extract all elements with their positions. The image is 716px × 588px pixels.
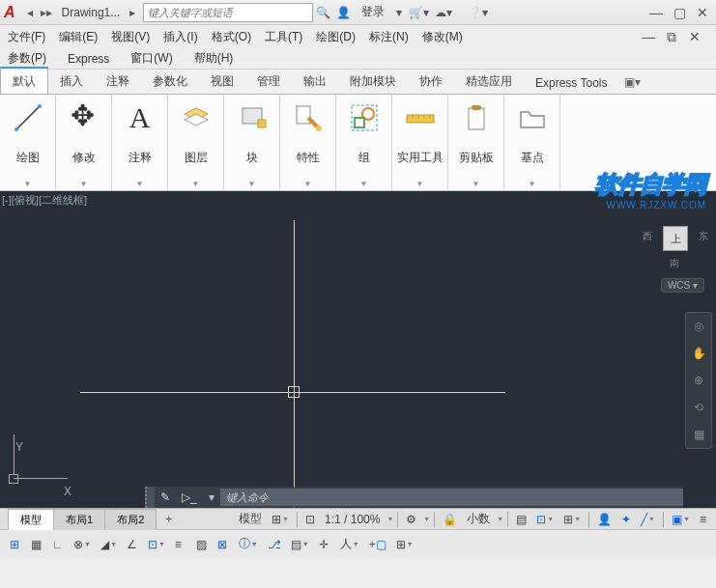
clipboard-icon[interactable] xyxy=(459,100,494,135)
view-cube[interactable]: 上 西 东 南 xyxy=(646,214,704,272)
layers-icon[interactable] xyxy=(179,100,214,135)
minimize-button[interactable]: — xyxy=(646,5,666,20)
nav-next-icon[interactable]: ▸▸ xyxy=(37,6,56,19)
lineweight-icon[interactable]: ≡ xyxy=(171,536,190,553)
doc-restore-button[interactable]: ⧉ xyxy=(662,29,681,45)
viewcube-west[interactable]: 西 xyxy=(643,230,652,243)
panel-block[interactable]: 块 ▼ xyxy=(224,95,280,190)
model-space-button[interactable]: 模型 xyxy=(235,509,266,529)
command-input[interactable]: 键入命令 xyxy=(220,489,683,506)
layout-tab-model[interactable]: 模型 xyxy=(8,509,54,530)
command-line[interactable]: ✎ ▷_ ▾ 键入命令 xyxy=(145,487,683,508)
panel-groups-dropdown-icon[interactable]: ▼ xyxy=(340,180,387,188)
panel-clipboard-dropdown-icon[interactable]: ▼ xyxy=(452,180,500,188)
tab-overflow-icon[interactable]: ▣▾ xyxy=(618,70,646,94)
lock-icon[interactable]: 🔒 xyxy=(439,511,461,528)
snap-mode-icon[interactable]: ⊞ xyxy=(6,536,25,553)
menu-view[interactable]: 视图(V) xyxy=(111,29,150,45)
panel-baseview[interactable]: 基点 ▼ xyxy=(504,95,560,190)
viewport-label[interactable]: [-][俯视][二维线框] xyxy=(2,193,87,208)
login-dropdown-icon[interactable]: ▾ xyxy=(392,6,406,19)
status-toggle2-icon[interactable]: ⊞▼ xyxy=(559,511,585,528)
a360-icon[interactable]: ☁▾ xyxy=(432,6,455,19)
tab-manage[interactable]: 管理 xyxy=(245,69,292,94)
scale-label[interactable]: 1:1 / 100% xyxy=(321,511,384,528)
dynamic-input-icon[interactable]: +▢ xyxy=(365,536,390,553)
tab-output[interactable]: 输出 xyxy=(292,69,338,94)
tab-addins[interactable]: 附加模块 xyxy=(338,69,408,94)
menu-tools[interactable]: 工具(T) xyxy=(265,29,302,45)
3d-osnap-icon[interactable]: ⓘ▼ xyxy=(235,534,262,554)
match-icon[interactable] xyxy=(291,100,326,135)
folder-icon[interactable] xyxy=(515,100,550,135)
help-icon[interactable]: ❔▾ xyxy=(465,6,491,19)
units-label[interactable]: 小数 xyxy=(463,509,494,529)
status-toggle1-icon[interactable]: ⊡▼ xyxy=(532,511,558,528)
tab-featured[interactable]: 精选应用 xyxy=(454,69,524,94)
viewcube-east[interactable]: 东 xyxy=(699,230,708,243)
doc-minimize-button[interactable]: — xyxy=(639,29,658,45)
annotation-visibility-icon[interactable]: 人▼ xyxy=(336,534,363,554)
workspace-icon[interactable]: ⊞▼ xyxy=(392,536,417,553)
panel-annotate[interactable]: A 注释 ▼ xyxy=(112,95,168,190)
grid-icon[interactable]: ⊞▼ xyxy=(268,511,293,528)
menu-modify[interactable]: 修改(M) xyxy=(422,29,463,45)
full-nav-wheel-icon[interactable]: ◎ xyxy=(689,317,708,336)
login-button[interactable]: 登录 xyxy=(354,4,392,20)
tab-default[interactable]: 默认 xyxy=(0,67,48,94)
pan-icon[interactable]: ✋ xyxy=(689,344,708,363)
bucket-icon[interactable]: ▣▼ xyxy=(668,511,694,528)
layout-tab-2[interactable]: 布局2 xyxy=(104,509,157,530)
autoscale-icon[interactable]: ✦ xyxy=(617,511,635,528)
gear-icon[interactable]: ⚙ xyxy=(402,511,420,528)
wcs-badge[interactable]: WCS ▾ xyxy=(661,278,704,293)
panel-layers[interactable]: 图层 ▼ xyxy=(168,95,224,190)
command-line-grip[interactable] xyxy=(145,487,155,508)
transparency-icon[interactable]: ▨ xyxy=(192,536,212,553)
polar-icon[interactable]: ⊗▼ xyxy=(70,536,95,553)
text-icon[interactable]: A xyxy=(123,100,158,135)
move-icon[interactable] xyxy=(67,100,101,135)
tab-collaborate[interactable]: 协作 xyxy=(408,69,454,94)
menu-draw[interactable]: 绘图(D) xyxy=(316,29,356,45)
annotation-scale-icon[interactable]: 👤 xyxy=(593,511,616,528)
maximize-button[interactable]: ▢ xyxy=(670,5,689,20)
panel-modify[interactable]: 修改 ▼ xyxy=(56,95,112,190)
layout-tab-1[interactable]: 布局1 xyxy=(53,509,105,530)
customize-status-icon[interactable]: ≡ xyxy=(696,511,710,528)
snap-icon[interactable]: ⊡ xyxy=(301,511,319,528)
doc-close-button[interactable]: ✕ xyxy=(685,29,704,45)
selection-cycling-icon[interactable]: ⊠ xyxy=(214,536,233,553)
panel-utilities[interactable]: 实用工具 ▼ xyxy=(392,95,448,190)
viewcube-top[interactable]: 上 xyxy=(663,226,688,251)
iso-icon[interactable]: ◢▼ xyxy=(97,536,121,553)
panel-layers-dropdown-icon[interactable]: ▼ xyxy=(172,180,219,188)
nav-dropdown-icon[interactable]: ▸ xyxy=(126,6,139,19)
tab-parametric[interactable]: 参数化 xyxy=(141,69,199,94)
line-icon-status[interactable]: ╱▼ xyxy=(637,511,659,528)
menu-file[interactable]: 文件(F) xyxy=(8,29,45,45)
menu-format[interactable]: 格式(O) xyxy=(212,29,251,45)
drawing-canvas[interactable]: [-][俯视][二维线框] Y X 上 西 东 南 WCS ▾ ◎ ✋ ⊕ ⟲ … xyxy=(0,191,716,508)
gizmo-icon[interactable]: ✛ xyxy=(315,536,334,553)
block-icon[interactable] xyxy=(235,100,270,135)
zoom-extents-icon[interactable]: ⊕ xyxy=(689,371,708,390)
dynamic-ucs-icon[interactable]: ⎇ xyxy=(264,536,285,553)
close-button[interactable]: ✕ xyxy=(693,5,712,20)
grid-display-icon[interactable]: ▦ xyxy=(27,536,46,553)
panel-modify-dropdown-icon[interactable]: ▼ xyxy=(60,180,107,188)
showmotion-icon[interactable]: ▦ xyxy=(689,425,708,444)
scale-dropdown-icon[interactable]: ▼ xyxy=(387,516,393,522)
tab-express[interactable]: Express Tools xyxy=(524,71,618,94)
panel-clipboard[interactable]: 剪贴板 ▼ xyxy=(448,95,504,190)
viewcube-south[interactable]: 南 xyxy=(670,257,679,270)
search-box[interactable] xyxy=(143,3,313,22)
ruler-icon[interactable] xyxy=(403,100,438,135)
tab-insert[interactable]: 插入 xyxy=(48,69,95,94)
layout-add-button[interactable]: + xyxy=(156,510,182,529)
line-icon[interactable] xyxy=(11,100,45,135)
basket-icon[interactable]: 🛒▾ xyxy=(406,6,432,19)
panel-properties[interactable]: 特性 ▼ xyxy=(280,95,336,190)
panel-utilities-dropdown-icon[interactable]: ▼ xyxy=(396,180,444,188)
document-title[interactable]: Drawing1... xyxy=(56,6,127,19)
